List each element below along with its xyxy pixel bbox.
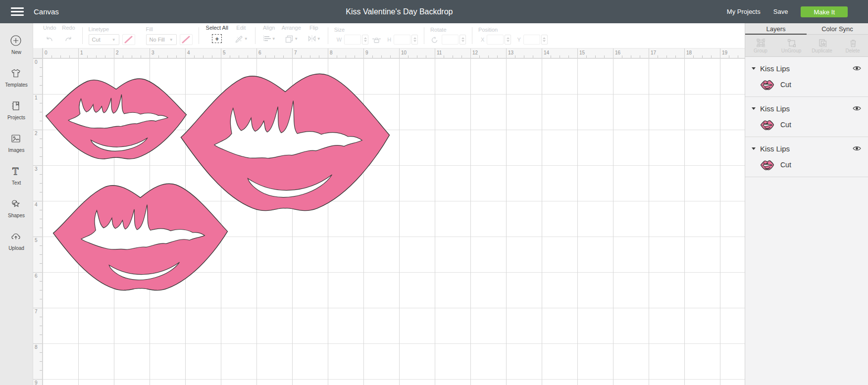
chevron-down-icon[interactable]: [752, 147, 756, 150]
visibility-eye-icon[interactable]: [853, 105, 861, 111]
projects-icon: [9, 99, 23, 113]
height-field[interactable]: [394, 35, 410, 45]
pos-y-stepper[interactable]: [541, 35, 548, 45]
arrange-button[interactable]: Arrange ▼: [282, 25, 301, 47]
layers-panel: Layers Color Sync GroupUnGroupDuplicateD…: [745, 23, 868, 385]
layer-group-3: Kiss LipsCut: [745, 137, 868, 177]
tab-layers[interactable]: Layers: [745, 23, 807, 35]
ruler-number: 10: [401, 50, 407, 55]
pos-x-stepper[interactable]: [505, 35, 511, 45]
design-canvas[interactable]: [43, 58, 745, 385]
linetype-swatch[interactable]: [122, 34, 135, 45]
chevron-down-icon[interactable]: [752, 107, 756, 110]
lips-thumbnail: [761, 80, 774, 90]
ruler-number: 0: [35, 59, 38, 65]
ruler-number: 2: [35, 131, 38, 136]
ungroup-icon: [787, 38, 796, 47]
select-all-icon: +: [212, 33, 222, 45]
fill-dropdown[interactable]: No Fill▼: [146, 34, 177, 45]
new-icon: [9, 34, 23, 48]
width-stepper[interactable]: [362, 35, 368, 45]
chevron-down-icon[interactable]: [752, 67, 756, 70]
ruler-number: 4: [35, 202, 38, 207]
visibility-eye-icon[interactable]: [853, 65, 861, 71]
action-label: Duplicate: [812, 48, 832, 53]
ruler-number: 6: [258, 50, 261, 55]
position-group: Position X Y: [478, 27, 548, 45]
action-label: UnGroup: [781, 48, 802, 53]
ruler-corner: [33, 48, 43, 58]
sidebar-item-templates[interactable]: Templates: [0, 61, 33, 94]
ruler-number: 8: [35, 344, 38, 350]
save-link[interactable]: Save: [773, 8, 788, 15]
group-button[interactable]: Group: [745, 35, 776, 56]
sidebar-item-images[interactable]: Images: [0, 126, 33, 159]
ungroup-button[interactable]: UnGroup: [776, 35, 807, 56]
ruler-number: 7: [35, 309, 38, 314]
work-area: 012345678910111213141516171819 012345678…: [33, 48, 745, 385]
visibility-eye-icon[interactable]: [853, 145, 861, 151]
pos-y-field[interactable]: [523, 35, 540, 45]
group-icon: [756, 38, 765, 47]
linetype-dropdown[interactable]: Cut▼: [89, 34, 119, 45]
layer-group-2: Kiss LipsCut: [745, 97, 868, 137]
layer-list: Kiss LipsCutKiss LipsCutKiss LipsCut: [745, 57, 868, 177]
menu-icon[interactable]: [11, 7, 24, 16]
redo-button[interactable]: Redo: [62, 25, 75, 47]
pos-x-field[interactable]: [487, 35, 504, 45]
arrange-icon: ▼: [284, 33, 298, 45]
kiss-lips-1[interactable]: [44, 71, 188, 163]
ruler-number: 5: [35, 238, 38, 243]
width-field[interactable]: [344, 35, 361, 45]
vertical-ruler: 0123456789: [33, 58, 43, 385]
ruler-number: 1: [80, 50, 83, 55]
layer-group-header[interactable]: Kiss Lips: [745, 141, 868, 156]
linetype-group: Linetype Cut▼: [89, 26, 135, 45]
sidebar-item-shapes[interactable]: Shapes: [0, 192, 33, 224]
duplicate-button[interactable]: Duplicate: [807, 35, 837, 56]
rotate-stepper[interactable]: [460, 35, 466, 45]
align-button[interactable]: Align ▼: [262, 25, 276, 47]
sidebar-item-upload[interactable]: Upload: [0, 224, 33, 257]
top-bar: Canvas Kiss Valentine's Day Backdrop My …: [0, 0, 868, 23]
layer-name: Kiss Lips: [760, 104, 853, 113]
layer-name: Kiss Lips: [760, 144, 853, 153]
rotate-field[interactable]: [442, 35, 459, 45]
my-projects-link[interactable]: My Projects: [727, 8, 761, 15]
make-it-button[interactable]: Make It: [801, 6, 848, 17]
ruler-number: 14: [544, 50, 549, 55]
fill-swatch[interactable]: [180, 34, 193, 45]
layer-group-header[interactable]: Kiss Lips: [745, 101, 868, 116]
layer-cut-row[interactable]: Cut: [745, 76, 868, 94]
edit-button[interactable]: Edit ▼: [234, 25, 248, 47]
tab-color-sync[interactable]: Color Sync: [807, 23, 868, 35]
layer-group-header[interactable]: Kiss Lips: [745, 61, 868, 76]
flip-button[interactable]: Flip ▼: [307, 25, 321, 47]
ruler-number: 9: [35, 380, 38, 385]
sidebar-item-projects[interactable]: Projects: [0, 94, 33, 126]
shapes-icon: [9, 197, 23, 211]
layer-cut-row[interactable]: Cut: [745, 156, 868, 174]
undo-button[interactable]: Undo: [43, 25, 56, 47]
kiss-lips-3[interactable]: [51, 173, 230, 295]
ruler-number: 8: [330, 50, 333, 55]
rotate-group: Rotate: [430, 27, 466, 45]
sidebar-item-label: Text: [12, 180, 21, 186]
text-icon: [9, 165, 23, 179]
ruler-number: 13: [508, 50, 513, 55]
select-all-button[interactable]: Select All +: [206, 25, 228, 47]
layer-name: Kiss Lips: [760, 64, 853, 73]
delete-button[interactable]: Delete: [837, 35, 868, 56]
height-stepper[interactable]: [411, 35, 418, 45]
project-title: Kiss Valentine's Day Backdrop: [346, 7, 453, 16]
sidebar-item-text[interactable]: Text: [0, 159, 33, 192]
lock-icon[interactable]: [372, 36, 381, 44]
layer-cut-row[interactable]: Cut: [745, 116, 868, 134]
fill-group: Fill No Fill▼: [146, 26, 193, 45]
rotate-icon: [430, 36, 439, 44]
align-icon: ▼: [262, 33, 276, 45]
ruler-number: 5: [223, 50, 226, 55]
sidebar-item-new[interactable]: New: [0, 28, 33, 61]
action-label: Delete: [846, 48, 860, 53]
images-icon: [9, 132, 23, 146]
